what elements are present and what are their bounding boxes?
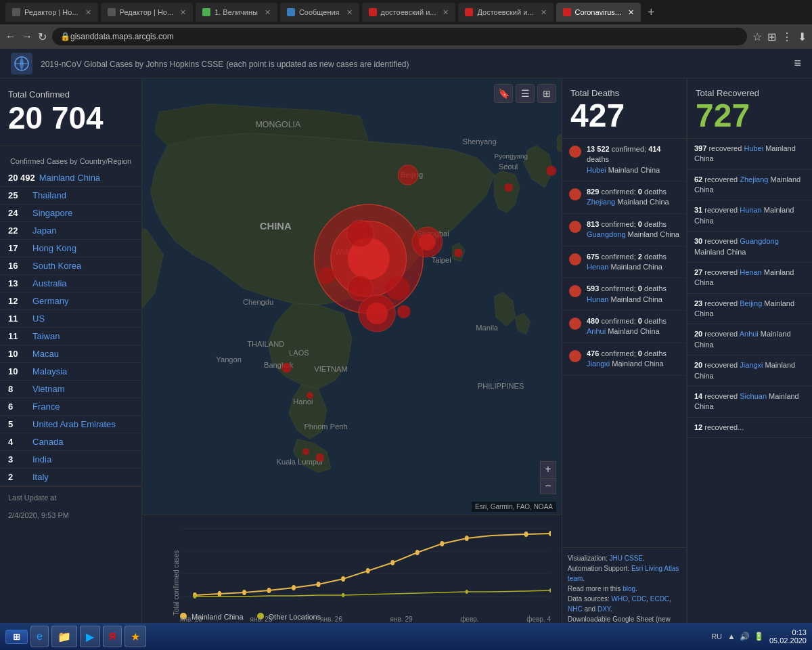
zoom-out-btn[interactable]: − — [540, 478, 556, 494]
tab-7-active[interactable]: Coronavirus... ✕ — [556, 3, 641, 22]
tab-6[interactable]: Достоевский и... ✕ — [458, 3, 553, 22]
jhu-link[interactable]: JHU CSSE — [610, 555, 643, 562]
taskbar: ⊞ e 📁 ▶ Я ★ RU ▲ 🔊 🔋 0:13 05.02.2020 — [0, 623, 812, 650]
stat-item-anhui: 480 confirmed; 0 deaths Anhui Mainland C… — [562, 311, 686, 343]
toolbar-actions: ☆ ⊞ ⋮ ⬇ — [752, 30, 807, 43]
bookmark-icon[interactable]: ☆ — [752, 30, 762, 43]
tab-close-6[interactable]: ✕ — [541, 8, 547, 17]
rec-item-jiangxi: 20 recovered Jiangxi Mainland China — [687, 355, 812, 387]
reload-button[interactable]: ↻ — [38, 30, 47, 43]
rec-item-henan: 27 recovered Henan Mainland China — [687, 263, 812, 294]
tab-close-3[interactable]: ✕ — [265, 8, 271, 17]
taskbar-yandex-btn[interactable]: Я — [103, 626, 122, 647]
svg-point-71 — [549, 588, 551, 592]
total-confirmed-number: 20 704 — [8, 102, 133, 133]
extensions-icon[interactable]: ⊞ — [767, 30, 776, 43]
start-button[interactable]: ⊞ — [5, 630, 28, 644]
bookmark-map-btn[interactable]: 🔖 — [494, 84, 513, 103]
menu-icon[interactable]: ≡ — [794, 56, 801, 70]
recovered-scroll[interactable]: 397 recovered Hubei Mainland China 62 re… — [687, 139, 812, 650]
tab-4[interactable]: Сообщения ✕ — [280, 3, 359, 22]
forward-button[interactable]: → — [22, 30, 32, 43]
rec-item-hubei: 397 recovered Hubei Mainland China — [687, 139, 812, 170]
country-item-singapore: 24Singapore — [0, 204, 141, 222]
taskbar-media-btn[interactable]: ▶ — [80, 626, 100, 647]
address-bar[interactable]: 🔒 gisanddata.maps.arcgis.com — [52, 28, 747, 45]
stat-dot-jiangxi — [569, 350, 581, 362]
country-item-mainland-china: 20 492Mainland China — [0, 169, 141, 187]
cdc-link[interactable]: CDC — [632, 595, 647, 603]
map-attribution: Esri, Garmin, FAO, NOAA — [472, 502, 556, 512]
svg-text:Phnom Penh: Phnom Penh — [304, 422, 347, 431]
stat-text-zhejiang: 829 confirmed; 0 deaths Zhejiang Mainlan… — [587, 187, 669, 208]
map-svg[interactable]: MONGOLIA CHINA JAPAN Tokyo Seoul Pyongya… — [142, 79, 562, 515]
tab-1[interactable]: Редактор | Но... ✕ — [5, 3, 98, 22]
tab-close-2[interactable]: ✕ — [180, 8, 186, 17]
chart-svg: 30k 20k 10k 0 — [180, 522, 551, 610]
country-item-vietnam: 8Vietnam — [0, 381, 141, 398]
back-button[interactable]: ← — [5, 30, 16, 43]
blog-link[interactable]: blog — [623, 585, 635, 592]
app-subtitle: (each point is updated as new cases are … — [226, 60, 409, 69]
svg-point-33 — [348, 276, 373, 301]
svg-point-67 — [549, 531, 551, 536]
svg-point-37 — [281, 363, 292, 373]
svg-text:CHINA: CHINA — [260, 221, 292, 232]
ie-icon: e — [37, 630, 43, 643]
main-layout: Total Confirmed 20 704 Confirmed Cases b… — [0, 79, 812, 650]
timestamp: 2/4/2020, 9:53 PM — [0, 508, 141, 522]
dxy-link[interactable]: DXY — [597, 605, 610, 613]
nhc-link[interactable]: NHC — [568, 605, 583, 613]
stat-item-jiangxi: 476 confirmed; 0 deaths Jiangxi Mainland… — [562, 343, 686, 376]
list-map-btn[interactable]: ☰ — [516, 84, 535, 103]
taskbar-ie-btn[interactable]: e — [30, 626, 49, 647]
tab-close-4[interactable]: ✕ — [346, 8, 353, 17]
country-item-germany: 12Germany — [0, 292, 141, 310]
auto-label: Automation Support: — [568, 565, 631, 572]
who-link[interactable]: WHO — [611, 595, 627, 603]
tab-2[interactable]: Редактор | Но... ✕ — [101, 3, 194, 22]
divider-1 — [0, 146, 141, 146]
country-item-hongkong: 17Hong Kong — [0, 240, 141, 257]
app-title-text: 2019-nCoV Global Cases by Johns Hopkins … — [41, 60, 223, 69]
svg-text:Taipei: Taipei — [432, 256, 451, 264]
svg-text:LAOS: LAOS — [289, 349, 309, 357]
rec-item-sichuan: 14 recovered Sichuan Mainland China — [687, 387, 812, 418]
tab-5[interactable]: достоевский и... ✕ — [362, 3, 456, 22]
taskbar-folder-btn[interactable]: 📁 — [51, 626, 77, 647]
grid-map-btn[interactable]: ⊞ — [537, 84, 556, 103]
url-text: gisanddata.maps.arcgis.com — [70, 32, 174, 41]
ecdc-link[interactable]: ECDC — [650, 595, 669, 603]
settings-icon[interactable]: ⋮ — [782, 30, 792, 43]
tab-3[interactable]: 1. Величины ✕ — [196, 3, 277, 22]
stat-dot-hunan — [569, 285, 581, 297]
star-icon: ★ — [131, 630, 140, 643]
zoom-controls: + − — [540, 461, 556, 494]
map-container: MONGOLIA CHINA JAPAN Tokyo Seoul Pyongya… — [142, 79, 562, 650]
svg-point-39 — [504, 183, 512, 192]
download-icon[interactable]: ⬇ — [798, 30, 807, 43]
tray-icon-1: ▲ — [727, 632, 736, 641]
tray-icon-3: 🔋 — [754, 632, 764, 641]
svg-point-41 — [302, 448, 309, 455]
svg-text:VIETNAM: VIETNAM — [314, 365, 347, 373]
recovered-title: Total Recovered — [696, 88, 804, 98]
tab-close-1[interactable]: ✕ — [85, 8, 91, 17]
deaths-scroll[interactable]: 13 522 confirmed; 414 deaths Hubei Mainl… — [562, 139, 686, 547]
svg-point-31 — [419, 234, 436, 251]
zoom-in-btn[interactable]: + — [540, 461, 556, 477]
svg-point-58 — [292, 585, 296, 590]
tab-close-7[interactable]: ✕ — [628, 8, 634, 17]
country-item-france: 6France — [0, 398, 141, 416]
taskbar-star-btn[interactable]: ★ — [125, 626, 146, 647]
deaths-panel-header: Total Deaths 427 — [562, 79, 686, 139]
stat-dot-anhui — [569, 318, 581, 330]
yandex-icon: Я — [109, 631, 116, 642]
new-tab-button[interactable]: + — [644, 5, 659, 20]
map-main: MONGOLIA CHINA JAPAN Tokyo Seoul Pyongya… — [142, 79, 562, 515]
tab-close-5[interactable]: ✕ — [443, 8, 449, 17]
svg-point-35 — [318, 267, 335, 284]
svg-point-32 — [347, 220, 374, 247]
map-controls: 🔖 ☰ ⊞ — [494, 84, 556, 103]
stat-text-hunan: 593 confirmed; 0 deaths Hunan Mainland C… — [587, 284, 667, 305]
